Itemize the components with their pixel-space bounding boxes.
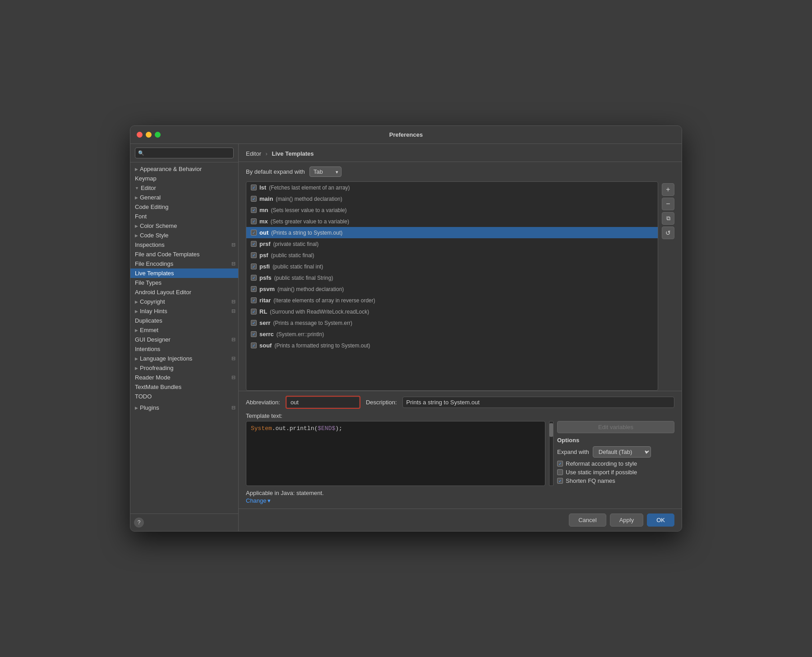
template-checkbox-serr[interactable] — [251, 320, 257, 326]
sidebar-item-copyright[interactable]: ▶ Copyright ⊟ — [130, 297, 238, 306]
sidebar-item-proofreading[interactable]: ▶ Proofreading — [130, 363, 238, 373]
static-import-checkbox[interactable] — [557, 469, 563, 475]
change-link[interactable]: Change ▾ — [246, 497, 674, 504]
sidebar-item-general[interactable]: ▶ General — [130, 193, 238, 202]
shorten-fq-checkbox[interactable] — [557, 478, 563, 484]
abbreviation-input[interactable] — [287, 397, 359, 407]
sidebar-item-inlay-hints[interactable]: ▶ Inlay Hints ⊟ — [130, 306, 238, 316]
template-checkbox-rl[interactable] — [251, 309, 257, 315]
reformat-checkbox[interactable] — [557, 461, 563, 467]
template-checkbox-out[interactable] — [251, 230, 257, 236]
apply-button[interactable]: Apply — [610, 514, 644, 527]
edit-variables-button[interactable]: Edit variables — [557, 421, 674, 433]
sidebar-item-appearance[interactable]: ▶ Appearance & Behavior — [130, 164, 238, 174]
template-checkbox-psfi[interactable] — [251, 264, 257, 269]
add-template-button[interactable]: + — [662, 183, 674, 196]
ok-button[interactable]: OK — [647, 514, 674, 527]
template-checkbox-psfs[interactable] — [251, 275, 257, 281]
template-item-serr[interactable]: serr (Prints a message to System.err) — [246, 317, 658, 328]
remove-template-button[interactable]: − — [662, 198, 674, 210]
templates-area: lst (Fetches last element of an array) m… — [239, 181, 682, 391]
search-wrapper: 🔍 — [135, 148, 234, 158]
sidebar-item-editor[interactable]: ▼ Editor — [130, 183, 238, 193]
editor-scrollbar[interactable] — [549, 421, 554, 486]
template-checkbox-ritar[interactable] — [251, 297, 257, 303]
template-item-out[interactable]: out (Prints a string to System.out) — [246, 227, 658, 238]
template-item-psf[interactable]: psf (public static final) — [246, 250, 658, 261]
template-item-main[interactable]: main (main() method declaration) — [246, 193, 658, 204]
sidebar-item-font[interactable]: Font — [130, 212, 238, 221]
template-checkbox-mx[interactable] — [251, 218, 257, 224]
sidebar-item-code-editing[interactable]: Code Editing — [130, 202, 238, 212]
search-input[interactable] — [135, 148, 234, 158]
sidebar-item-textmate-bundles[interactable]: TextMate Bundles — [130, 382, 238, 392]
template-checkbox-lst[interactable] — [251, 185, 257, 190]
template-checkbox-psf[interactable] — [251, 252, 257, 258]
shorten-fq-row: Shorten FQ names — [557, 477, 674, 484]
copy-template-button[interactable]: ⧉ — [662, 212, 674, 225]
sidebar-nav: ▶ Appearance & Behavior Keymap ▼ Editor … — [130, 162, 238, 514]
sidebar-item-emmet[interactable]: ▶ Emmet — [130, 325, 238, 335]
template-item-lst[interactable]: lst (Fetches last element of an array) — [246, 182, 658, 193]
breadcrumb-parent: Editor — [246, 150, 261, 157]
search-icon: 🔍 — [138, 150, 144, 156]
title-bar: Preferences — [130, 126, 682, 144]
code-editor[interactable]: System.out.println($END$); — [246, 421, 545, 486]
main-content: 🔍 ▶ Appearance & Behavior Keymap ▼ Edito… — [130, 144, 682, 531]
sidebar-item-intentions[interactable]: Intentions — [130, 344, 238, 354]
reset-template-button[interactable]: ↺ — [662, 227, 674, 239]
code-keyword: System — [251, 425, 272, 432]
sidebar-item-color-scheme[interactable]: ▶ Color Scheme — [130, 221, 238, 231]
template-checkbox-souf[interactable] — [251, 342, 257, 348]
template-text-label: Template text: — [246, 412, 674, 419]
minimize-button[interactable] — [146, 132, 152, 138]
template-item-psvm[interactable]: psvm (main() method declaration) — [246, 283, 658, 295]
template-checkbox-serrc[interactable] — [251, 331, 257, 337]
sidebar-item-inspections[interactable]: Inspections ⊟ — [130, 240, 238, 250]
template-item-mx[interactable]: mx (Sets greater value to a variable) — [246, 216, 658, 227]
sidebar-item-reader-mode[interactable]: Reader Mode ⊟ — [130, 373, 238, 382]
expand-with-select[interactable]: Tab Enter Space — [309, 167, 341, 177]
expand-with-label: Expand with — [557, 449, 589, 455]
template-checkbox-main[interactable] — [251, 196, 257, 202]
sidebar-item-code-style[interactable]: ▶ Code Style — [130, 231, 238, 240]
template-checkbox-mn[interactable] — [251, 207, 257, 213]
sidebar-item-file-encodings[interactable]: File Encodings ⊟ — [130, 259, 238, 268]
sidebar-item-gui-designer[interactable]: GUI Designer ⊟ — [130, 335, 238, 344]
template-item-ritar[interactable]: ritar (Iterate elements of array in reve… — [246, 295, 658, 306]
sidebar-item-plugins[interactable]: ▶ Plugins ⊟ — [130, 403, 238, 412]
template-item-psfs[interactable]: psfs (public static final String) — [246, 272, 658, 283]
cancel-button[interactable]: Cancel — [569, 514, 606, 527]
scrollbar-thumb — [549, 423, 553, 437]
description-input[interactable] — [402, 397, 674, 408]
detail-section: Abbreviation: Description: Template text… — [239, 391, 682, 509]
static-import-row: Use static import if possible — [557, 469, 674, 476]
sidebar-item-language-injections[interactable]: ▶ Language Injections ⊟ — [130, 354, 238, 363]
maximize-button[interactable] — [155, 132, 161, 138]
expand-with-options-select[interactable]: Default (Tab) Tab Enter Space — [593, 446, 651, 458]
breadcrumb-separator: › — [266, 150, 268, 157]
template-item-rl[interactable]: RL (Surround with ReadWriteLock.readLock… — [246, 306, 658, 317]
side-buttons: + − ⧉ ↺ — [662, 181, 674, 391]
template-item-souf[interactable]: souf (Prints a formatted string to Syste… — [246, 340, 658, 351]
breadcrumb-current: Live Templates — [272, 150, 314, 157]
help-button[interactable]: ? — [134, 518, 144, 527]
sidebar-item-duplicates[interactable]: Duplicates — [130, 316, 238, 325]
template-text-area: System.out.println($END$); Edit variable… — [246, 421, 674, 486]
sidebar-item-live-templates[interactable]: Live Templates — [130, 268, 238, 278]
template-item-psfi[interactable]: psfi (public static final int) — [246, 261, 658, 272]
sidebar-item-keymap[interactable]: Keymap — [130, 174, 238, 183]
template-item-mn[interactable]: mn (Sets lesser value to a variable) — [246, 204, 658, 216]
change-link-text: Change — [246, 497, 267, 504]
sidebar-item-android-layout[interactable]: Android Layout Editor — [130, 287, 238, 297]
close-button[interactable] — [137, 132, 143, 138]
sidebar-item-file-code-templates[interactable]: File and Code Templates — [130, 250, 238, 259]
template-checkbox-psvm[interactable] — [251, 286, 257, 292]
template-checkbox-prsf[interactable] — [251, 241, 257, 247]
sidebar-item-file-types[interactable]: File Types — [130, 278, 238, 287]
abbreviation-input-wrapper — [286, 396, 360, 409]
sidebar-item-todo[interactable]: TODO — [130, 392, 238, 401]
expand-label: By default expand with — [246, 168, 305, 175]
template-item-prsf[interactable]: prsf (private static final) — [246, 238, 658, 250]
template-item-serrc[interactable]: serrc (System.err::println) — [246, 328, 658, 340]
